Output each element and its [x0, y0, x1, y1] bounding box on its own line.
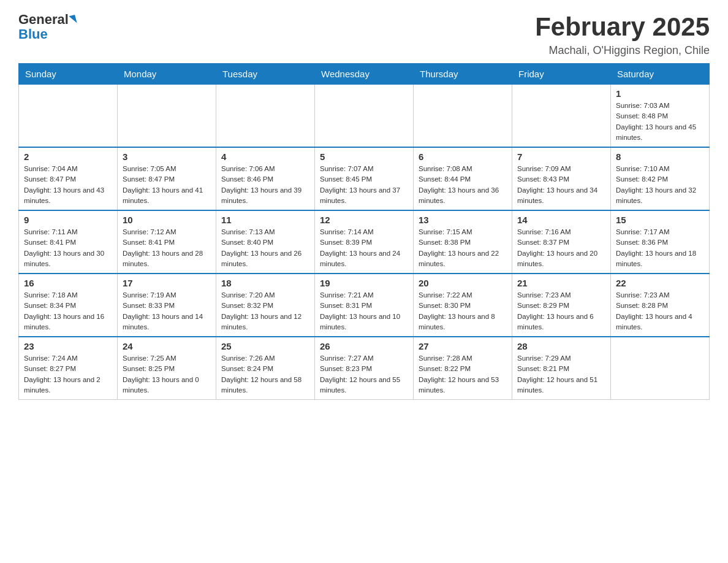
calendar-cell: 9Sunrise: 7:11 AM Sunset: 8:41 PM Daylig…	[19, 210, 118, 274]
day-number: 17	[123, 278, 211, 288]
day-info: Sunrise: 7:25 AM Sunset: 8:25 PM Dayligh…	[123, 353, 211, 396]
day-info: Sunrise: 7:06 AM Sunset: 8:46 PM Dayligh…	[221, 164, 309, 206]
day-number: 5	[320, 151, 408, 162]
calendar-cell: 8Sunrise: 7:10 AM Sunset: 8:42 PM Daylig…	[611, 147, 710, 210]
day-info: Sunrise: 7:17 AM Sunset: 8:36 PM Dayligh…	[616, 227, 704, 269]
calendar-table: SundayMondayTuesdayWednesdayThursdayFrid…	[18, 63, 710, 400]
day-number: 8	[616, 151, 704, 162]
day-number: 18	[221, 278, 309, 288]
calendar-week-2: 2Sunrise: 7:04 AM Sunset: 8:47 PM Daylig…	[19, 147, 710, 210]
day-info: Sunrise: 7:10 AM Sunset: 8:42 PM Dayligh…	[616, 164, 704, 206]
calendar-cell: 24Sunrise: 7:25 AM Sunset: 8:25 PM Dayli…	[118, 337, 216, 400]
weekday-header-wednesday: Wednesday	[315, 64, 414, 85]
weekday-header-tuesday: Tuesday	[216, 64, 315, 85]
calendar-cell	[118, 85, 216, 148]
calendar-cell: 10Sunrise: 7:12 AM Sunset: 8:41 PM Dayli…	[118, 210, 216, 274]
day-number: 21	[517, 278, 605, 288]
calendar-cell: 11Sunrise: 7:13 AM Sunset: 8:40 PM Dayli…	[216, 210, 315, 274]
day-info: Sunrise: 7:27 AM Sunset: 8:23 PM Dayligh…	[320, 353, 408, 396]
calendar-header-row: SundayMondayTuesdayWednesdayThursdayFrid…	[19, 64, 710, 85]
day-info: Sunrise: 7:19 AM Sunset: 8:33 PM Dayligh…	[123, 290, 211, 332]
day-info: Sunrise: 7:08 AM Sunset: 8:44 PM Dayligh…	[419, 164, 507, 206]
day-info: Sunrise: 7:07 AM Sunset: 8:45 PM Dayligh…	[320, 164, 408, 206]
day-number: 10	[123, 215, 211, 225]
calendar-cell: 15Sunrise: 7:17 AM Sunset: 8:36 PM Dayli…	[611, 210, 710, 274]
calendar-cell: 27Sunrise: 7:28 AM Sunset: 8:22 PM Dayli…	[414, 337, 512, 400]
day-number: 25	[221, 341, 309, 351]
day-info: Sunrise: 7:26 AM Sunset: 8:24 PM Dayligh…	[221, 353, 309, 396]
day-info: Sunrise: 7:28 AM Sunset: 8:22 PM Dayligh…	[419, 353, 507, 396]
day-info: Sunrise: 7:16 AM Sunset: 8:37 PM Dayligh…	[517, 227, 605, 269]
calendar-cell: 17Sunrise: 7:19 AM Sunset: 8:33 PM Dayli…	[118, 274, 216, 337]
calendar-cell: 20Sunrise: 7:22 AM Sunset: 8:30 PM Dayli…	[414, 274, 512, 337]
day-number: 28	[517, 341, 605, 351]
day-info: Sunrise: 7:03 AM Sunset: 8:48 PM Dayligh…	[616, 101, 704, 143]
calendar-week-1: 1Sunrise: 7:03 AM Sunset: 8:48 PM Daylig…	[19, 85, 710, 148]
weekday-header-saturday: Saturday	[611, 64, 710, 85]
calendar-week-4: 16Sunrise: 7:18 AM Sunset: 8:34 PM Dayli…	[19, 274, 710, 337]
day-info: Sunrise: 7:14 AM Sunset: 8:39 PM Dayligh…	[320, 227, 408, 269]
day-number: 23	[24, 341, 112, 351]
day-number: 19	[320, 278, 408, 288]
weekday-header-friday: Friday	[512, 64, 611, 85]
calendar-cell: 26Sunrise: 7:27 AM Sunset: 8:23 PM Dayli…	[315, 337, 414, 400]
day-number: 3	[123, 151, 211, 162]
logo-blue-text: Blue	[18, 27, 48, 42]
day-number: 1	[616, 88, 704, 99]
day-number: 26	[320, 341, 408, 351]
day-number: 6	[419, 151, 507, 162]
day-number: 4	[221, 151, 309, 162]
day-number: 9	[24, 215, 112, 225]
calendar-cell: 28Sunrise: 7:29 AM Sunset: 8:21 PM Dayli…	[512, 337, 611, 400]
weekday-header-thursday: Thursday	[414, 64, 512, 85]
weekday-header-monday: Monday	[118, 64, 216, 85]
day-number: 16	[24, 278, 112, 288]
day-number: 13	[419, 215, 507, 225]
day-number: 14	[517, 215, 605, 225]
calendar-cell	[414, 85, 512, 148]
day-number: 27	[419, 341, 507, 351]
day-number: 12	[320, 215, 408, 225]
calendar-cell: 4Sunrise: 7:06 AM Sunset: 8:46 PM Daylig…	[216, 147, 315, 210]
logo-arrow-icon	[69, 15, 77, 25]
calendar-cell: 12Sunrise: 7:14 AM Sunset: 8:39 PM Dayli…	[315, 210, 414, 274]
title-section: February 2025 Machali, O'Higgins Region,…	[535, 12, 710, 57]
weekday-header-sunday: Sunday	[19, 64, 118, 85]
day-info: Sunrise: 7:15 AM Sunset: 8:38 PM Dayligh…	[419, 227, 507, 269]
month-title: February 2025	[535, 12, 710, 42]
day-info: Sunrise: 7:05 AM Sunset: 8:47 PM Dayligh…	[123, 164, 211, 206]
calendar-cell: 1Sunrise: 7:03 AM Sunset: 8:48 PM Daylig…	[611, 85, 710, 148]
day-number: 20	[419, 278, 507, 288]
logo: General Blue	[18, 12, 76, 42]
day-info: Sunrise: 7:21 AM Sunset: 8:31 PM Dayligh…	[320, 290, 408, 332]
day-info: Sunrise: 7:11 AM Sunset: 8:41 PM Dayligh…	[24, 227, 112, 269]
calendar-week-3: 9Sunrise: 7:11 AM Sunset: 8:41 PM Daylig…	[19, 210, 710, 274]
calendar-cell: 18Sunrise: 7:20 AM Sunset: 8:32 PM Dayli…	[216, 274, 315, 337]
day-info: Sunrise: 7:23 AM Sunset: 8:29 PM Dayligh…	[517, 290, 605, 332]
calendar-cell: 3Sunrise: 7:05 AM Sunset: 8:47 PM Daylig…	[118, 147, 216, 210]
day-number: 15	[616, 215, 704, 225]
calendar-cell: 14Sunrise: 7:16 AM Sunset: 8:37 PM Dayli…	[512, 210, 611, 274]
calendar-cell: 2Sunrise: 7:04 AM Sunset: 8:47 PM Daylig…	[19, 147, 118, 210]
day-info: Sunrise: 7:12 AM Sunset: 8:41 PM Dayligh…	[123, 227, 211, 269]
calendar-cell	[512, 85, 611, 148]
calendar-cell: 6Sunrise: 7:08 AM Sunset: 8:44 PM Daylig…	[414, 147, 512, 210]
location-subtitle: Machali, O'Higgins Region, Chile	[535, 44, 710, 57]
day-number: 24	[123, 341, 211, 351]
day-info: Sunrise: 7:09 AM Sunset: 8:43 PM Dayligh…	[517, 164, 605, 206]
day-info: Sunrise: 7:13 AM Sunset: 8:40 PM Dayligh…	[221, 227, 309, 269]
calendar-cell	[315, 85, 414, 148]
day-number: 7	[517, 151, 605, 162]
calendar-cell	[19, 85, 118, 148]
day-number: 11	[221, 215, 309, 225]
calendar-week-5: 23Sunrise: 7:24 AM Sunset: 8:27 PM Dayli…	[19, 337, 710, 400]
day-number: 22	[616, 278, 704, 288]
logo-general-text: General	[18, 12, 69, 27]
calendar-cell: 19Sunrise: 7:21 AM Sunset: 8:31 PM Dayli…	[315, 274, 414, 337]
calendar-cell	[216, 85, 315, 148]
calendar-cell: 25Sunrise: 7:26 AM Sunset: 8:24 PM Dayli…	[216, 337, 315, 400]
day-info: Sunrise: 7:04 AM Sunset: 8:47 PM Dayligh…	[24, 164, 112, 206]
day-info: Sunrise: 7:20 AM Sunset: 8:32 PM Dayligh…	[221, 290, 309, 332]
day-info: Sunrise: 7:29 AM Sunset: 8:21 PM Dayligh…	[517, 353, 605, 396]
day-number: 2	[24, 151, 112, 162]
